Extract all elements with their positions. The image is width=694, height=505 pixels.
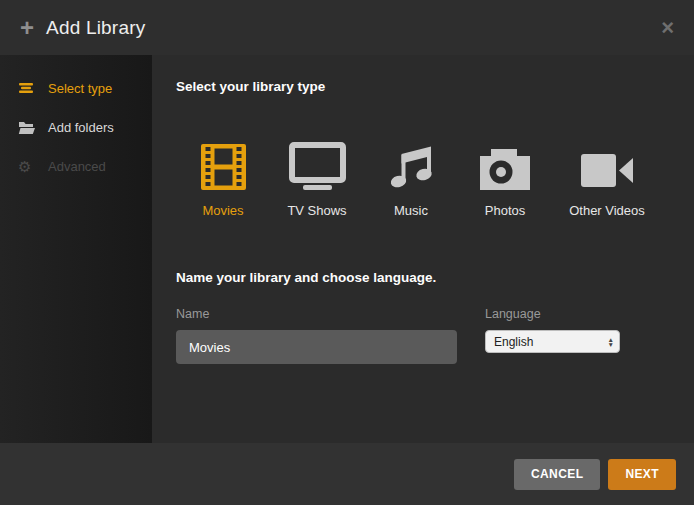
name-language-heading: Name your library and choose language. xyxy=(176,270,670,285)
library-type-other-videos[interactable]: Other Videos xyxy=(552,140,662,218)
library-type-label: Music xyxy=(394,203,428,218)
name-label: Name xyxy=(176,307,457,321)
tv-icon xyxy=(289,140,346,190)
library-type-music[interactable]: Music xyxy=(364,140,458,218)
music-note-icon xyxy=(389,140,434,190)
library-type-label: TV Shows xyxy=(287,203,346,218)
sidebar-item-select-type[interactable]: Select type xyxy=(0,69,152,108)
wizard-sidebar: Select type Add folders ⚙ Advanced xyxy=(0,55,152,443)
sidebar-item-advanced[interactable]: ⚙ Advanced xyxy=(0,147,152,186)
video-camera-icon xyxy=(581,140,634,190)
next-button[interactable]: NEXT xyxy=(608,459,676,490)
library-type-picker: Movies TV Shows xyxy=(176,140,670,218)
library-type-heading: Select your library type xyxy=(176,79,670,94)
camera-icon xyxy=(480,140,530,190)
dialog-footer: CANCEL NEXT xyxy=(0,443,694,505)
language-label: Language xyxy=(485,307,620,321)
close-icon[interactable]: × xyxy=(661,17,674,39)
dialog-header: + Add Library × xyxy=(0,0,694,55)
sidebar-item-label: Add folders xyxy=(48,120,114,135)
gear-icon: ⚙ xyxy=(18,159,38,174)
language-select[interactable]: English xyxy=(485,330,620,353)
library-type-label: Photos xyxy=(485,203,525,218)
plus-icon: + xyxy=(20,16,34,40)
library-type-photos[interactable]: Photos xyxy=(458,140,552,218)
cancel-button[interactable]: CANCEL xyxy=(514,459,600,490)
library-name-input[interactable] xyxy=(176,330,457,364)
film-icon xyxy=(201,140,246,190)
library-type-label: Other Videos xyxy=(569,203,645,218)
folder-icon xyxy=(18,121,38,135)
library-type-movies[interactable]: Movies xyxy=(176,140,270,218)
type-list-icon xyxy=(18,82,38,96)
sidebar-item-label: Select type xyxy=(48,81,112,96)
library-type-tv-shows[interactable]: TV Shows xyxy=(270,140,364,218)
sidebar-item-label: Advanced xyxy=(48,159,106,174)
main-panel: Select your library type xyxy=(152,55,694,443)
sidebar-item-add-folders[interactable]: Add folders xyxy=(0,108,152,147)
dialog-body: Select type Add folders ⚙ Advanced Selec… xyxy=(0,55,694,443)
dialog-title: Add Library xyxy=(46,17,145,39)
library-type-label: Movies xyxy=(202,203,243,218)
